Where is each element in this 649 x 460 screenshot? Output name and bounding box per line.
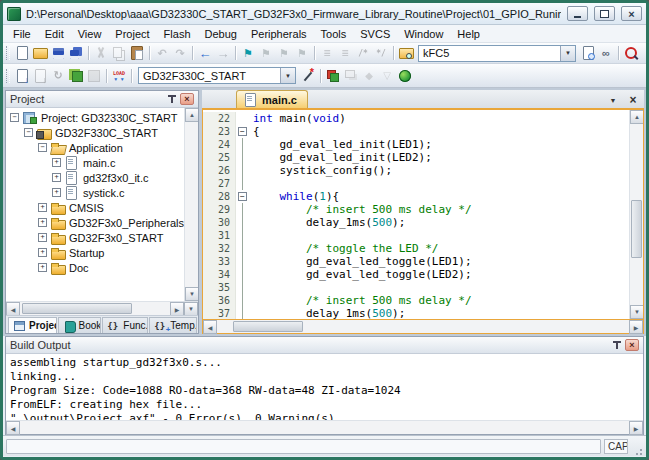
search-dropdown-button[interactable] <box>560 46 575 61</box>
tree-item[interactable]: +GD32F3x0_Peripherals <box>6 215 184 230</box>
tree-item[interactable]: +Startup <box>6 245 184 260</box>
search-combobox-value[interactable]: kFC5 <box>419 47 560 59</box>
code-line[interactable]: 37 delay_1ms(500); <box>203 307 629 319</box>
tree-item[interactable]: −GD32F330C_START <box>6 125 184 140</box>
menu-peripherals[interactable]: Peripherals <box>244 27 314 41</box>
batch-build-button[interactable] <box>68 68 84 84</box>
code-line[interactable]: 31 <box>203 229 629 242</box>
editor-vscrollbar[interactable] <box>629 110 643 319</box>
menu-file[interactable]: File <box>6 27 38 41</box>
translate-button[interactable] <box>14 68 30 84</box>
code-line[interactable]: 25 gd_eval_led_init(LED2); <box>203 151 629 164</box>
scroll-right-icon[interactable] <box>629 421 643 435</box>
build-output-close-icon[interactable] <box>625 339 639 351</box>
target-select-combobox[interactable]: GD32F330C_START <box>138 67 296 84</box>
uncomment-button[interactable] <box>373 45 389 61</box>
code-line[interactable]: 26 systick_config(); <box>203 164 629 177</box>
fold-collapse-button[interactable]: − <box>238 192 247 201</box>
scroll-right-icon[interactable] <box>170 302 184 316</box>
nav-back-button[interactable] <box>197 45 213 61</box>
scroll-right-icon[interactable] <box>629 320 643 334</box>
open-file-button[interactable] <box>32 45 48 61</box>
fold-collapse-button[interactable]: − <box>238 127 247 136</box>
code-line[interactable]: 32 /* toggle the LED */ <box>203 242 629 255</box>
bm-clear-button[interactable] <box>294 45 310 61</box>
outdent-button[interactable] <box>337 45 353 61</box>
close-document-icon[interactable] <box>626 93 640 107</box>
build-output-hscrollbar[interactable] <box>6 420 643 434</box>
code-line[interactable]: 29 /* insert 500 ms delay */ <box>203 203 629 216</box>
code-line[interactable]: 24 gd_eval_led_init(LED1); <box>203 138 629 151</box>
tree-item[interactable]: +Doc <box>6 260 184 275</box>
tree-expander[interactable]: + <box>38 263 47 272</box>
close-button[interactable] <box>621 6 642 21</box>
panel-tab-functions[interactable]: Func... <box>102 317 148 333</box>
code-line[interactable]: 27 <box>203 177 629 190</box>
tree-expander[interactable]: − <box>38 143 47 152</box>
toolbar-grip[interactable] <box>6 69 10 83</box>
new-file-button[interactable] <box>14 45 30 61</box>
bm-toggle-button[interactable] <box>240 45 256 61</box>
code-line[interactable]: 30 delay_1ms(500); <box>203 216 629 229</box>
components-button[interactable] <box>325 68 341 84</box>
menu-help[interactable]: Help <box>450 27 487 41</box>
tree-expander[interactable]: + <box>38 218 47 227</box>
save-button[interactable] <box>50 45 66 61</box>
paste-button[interactable] <box>129 45 145 61</box>
code-line[interactable]: 34 gd_eval_led_toggle(LED2); <box>203 268 629 281</box>
target-dropdown-button[interactable] <box>280 68 295 83</box>
globe-button[interactable] <box>397 68 413 84</box>
restore-button[interactable] <box>594 6 615 21</box>
build-output-text[interactable]: assembling startup_gd32f3x0.s...linking.… <box>6 354 643 420</box>
windows-button[interactable] <box>343 68 359 84</box>
tree-expander[interactable]: + <box>38 248 47 257</box>
code-line[interactable]: 35 <box>203 281 629 294</box>
toolbar-grip[interactable] <box>6 46 10 60</box>
menu-flash[interactable]: Flash <box>157 27 198 41</box>
bm-next-button[interactable] <box>276 45 292 61</box>
code-line[interactable]: 36 /* insert 500 ms delay */ <box>203 294 629 307</box>
panel-tab-templates[interactable]: Temp... <box>149 317 197 333</box>
editor-hscrollbar[interactable] <box>202 320 644 334</box>
project-tree-hscrollbar[interactable] <box>6 301 198 315</box>
tree-item[interactable]: −Application <box>6 140 184 155</box>
pin-icon[interactable] <box>611 340 622 351</box>
editor-tab-mainc[interactable]: main.c <box>236 90 308 108</box>
resize-grip[interactable] <box>631 440 643 452</box>
panel-tab-books[interactable]: Books <box>58 317 102 333</box>
tree-item[interactable]: +main.c <box>6 155 184 170</box>
tree-item[interactable]: +GD32F3x0_START <box>6 230 184 245</box>
scroll-left-icon[interactable] <box>203 320 217 334</box>
tree-expander[interactable]: + <box>38 203 47 212</box>
find-doc-button[interactable] <box>580 45 596 61</box>
code-editor[interactable]: 22int main(void)23−{24 gd_eval_led_init(… <box>202 110 644 320</box>
tree-expander[interactable]: − <box>24 128 33 137</box>
target-select-value[interactable]: GD32F330C_START <box>139 70 280 82</box>
load-button[interactable] <box>111 68 127 84</box>
scroll-left-icon[interactable] <box>6 421 20 435</box>
tree-expander[interactable]: + <box>38 233 47 242</box>
menu-tools[interactable]: Tools <box>314 27 354 41</box>
menu-project[interactable]: Project <box>108 27 156 41</box>
project-tree-vscrollbar[interactable] <box>184 108 198 301</box>
tab-list-dropdown-icon[interactable] <box>606 93 620 107</box>
rebuild-button[interactable] <box>50 68 66 84</box>
scroll-left-icon[interactable] <box>6 302 20 316</box>
menu-debug[interactable]: Debug <box>198 27 244 41</box>
menu-svcs[interactable]: SVCS <box>353 27 397 41</box>
indent-button[interactable] <box>319 45 335 61</box>
code-line[interactable]: 23−{ <box>203 125 629 138</box>
tree-expander[interactable]: − <box>10 113 19 122</box>
bm-prev-button[interactable] <box>258 45 274 61</box>
incr-find-button[interactable] <box>598 45 614 61</box>
stop-build-button[interactable] <box>86 68 102 84</box>
scroll-down-icon[interactable] <box>630 305 644 319</box>
search-combobox[interactable]: kFC5 <box>418 45 576 62</box>
cut-button[interactable] <box>93 45 109 61</box>
tree-item[interactable]: +CMSIS <box>6 200 184 215</box>
scroll-down-icon[interactable] <box>185 287 198 301</box>
funnel-button[interactable] <box>379 68 395 84</box>
help-find-button[interactable] <box>623 45 639 61</box>
menu-window[interactable]: Window <box>397 27 450 41</box>
project-panel-close-icon[interactable] <box>180 93 194 105</box>
